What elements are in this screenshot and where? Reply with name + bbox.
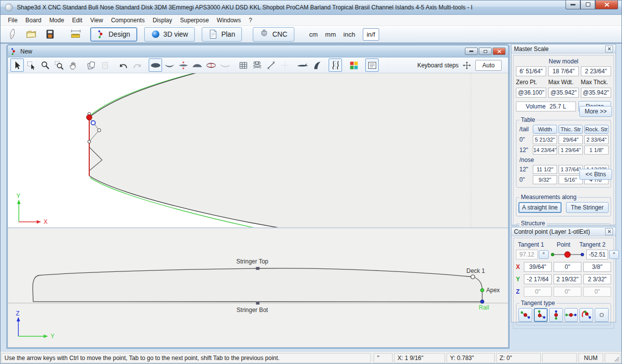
tangent-end-point[interactable] [98,129,101,132]
minimize-button[interactable] [565,0,580,9]
outline-view[interactable]: Y X [8,73,508,228]
tangent-type-angle-button[interactable] [579,308,593,322]
nose-width-field[interactable]: 11 1/2" [533,165,557,174]
tangent-type-point-only-button[interactable] [595,308,609,322]
design-mode-button[interactable]: Design [90,27,137,42]
unit-inch[interactable]: inch [343,31,355,38]
slice-profile[interactable] [33,268,482,302]
menu-file[interactable]: File [4,15,21,25]
zoom-area-tool-button[interactable] [52,58,65,72]
btns-button[interactable]: << Btns [579,169,612,180]
fin-tool-button[interactable] [310,58,324,72]
select-tool-button[interactable] [10,58,24,72]
copy-tool-button[interactable] [84,58,98,72]
tail-thick-field[interactable]: 1 29/64" [559,146,583,155]
move-steps-icon[interactable] [462,61,471,70]
tangent2-degree-button[interactable]: ° [609,250,619,259]
resize-grip[interactable] [614,356,620,362]
tail-thick-field[interactable]: 29/64" [559,135,583,144]
tail-width-field[interactable]: 5 21/32" [533,135,557,144]
point-x-field[interactable]: 0" [554,262,581,272]
tangent1-y-field[interactable]: -2 17/64 [524,274,552,284]
menu-help[interactable]: ? [245,15,256,25]
master-scale-caption[interactable]: Master Scale [511,45,616,53]
auto-button[interactable]: Auto [475,60,502,71]
tangent2-angle-field[interactable]: -52.51 [586,250,608,260]
menu-superpose[interactable]: Superpose [176,15,213,25]
straight-line-button[interactable]: A straight line [518,202,562,213]
tangent1-angle-field[interactable]: 97.12 [516,250,538,260]
width-column-button[interactable]: Width [533,125,557,134]
tangent-type-continuous-button[interactable] [518,308,532,322]
rocker-column-button[interactable]: Rock. Str [584,125,609,134]
outline-view-canvas[interactable]: Y X [8,73,508,228]
undo-button[interactable] [116,58,130,72]
control-point-close-button[interactable] [605,228,613,235]
max-wdt-field[interactable]: @35.942" [548,88,578,98]
save-button[interactable] [43,27,57,41]
profile-view[interactable]: Stringer Top Stringer Bot Deck 1 Apex Ra… [8,228,508,347]
length-field[interactable]: 6' 51/64" [516,66,546,76]
curvature-button[interactable] [329,58,342,72]
deck-control-point[interactable] [471,275,475,279]
tail-width-field[interactable]: 14 23/64" [533,146,557,155]
max-thck-field[interactable]: @35.942" [581,88,611,98]
close-button[interactable] [595,0,618,9]
board-fins-button[interactable] [296,58,310,72]
document-close-button[interactable] [493,48,506,55]
menu-components[interactable]: Components [107,15,149,25]
nose-width-field[interactable]: 9/32" [533,175,557,184]
outline-view-button[interactable] [149,58,162,72]
apex-point[interactable] [480,288,484,292]
restore-button[interactable] [580,0,595,9]
stringer-bot-marker[interactable] [256,302,260,305]
tangent-type-angular-button[interactable] [534,308,548,322]
unit-cm[interactable]: cm [309,31,318,38]
tangent-handle-point[interactable] [91,121,95,125]
tangent1-x-field[interactable]: 39/64" [524,262,552,272]
point-y-field[interactable]: 2 19/32" [554,274,581,284]
menu-board[interactable]: Board [21,15,45,25]
select-area-tool-button[interactable] [24,58,38,72]
master-scale-close-button[interactable] [605,46,613,52]
document-restore-button[interactable] [479,48,492,55]
width-field[interactable]: 18 7/64" [548,66,578,76]
open-button[interactable] [24,27,39,41]
tangent1-degree-button[interactable]: ° [539,250,549,259]
thickness-field[interactable]: 2 23/64" [581,66,611,76]
stringer-button[interactable]: The Stringer [566,202,609,213]
measurements-button[interactable] [68,27,83,41]
tangent2-x-field[interactable]: 3/8" [583,262,611,272]
zero-pt-field[interactable]: @36.100" [516,88,546,98]
menu-edit[interactable]: Edit [68,15,86,25]
tangent-type-vertical-button[interactable] [549,308,563,322]
profile-view-canvas[interactable]: Stringer Top Stringer Bot Deck 1 Apex Ra… [8,228,508,347]
thickness-view-button[interactable] [176,58,190,72]
grid-button[interactable] [236,58,250,72]
tail-rocker-field[interactable]: 2 33/64" [584,135,609,144]
3d-view-mode-button[interactable]: 3D view [144,27,195,42]
pan-tool-button[interactable] [66,58,79,72]
unit-mm[interactable]: mm [325,31,336,38]
properties-panel-button[interactable] [365,58,379,72]
measure-tool-button[interactable] [264,58,278,72]
deck-view-button[interactable] [190,58,204,72]
document-minimize-button[interactable] [465,48,478,55]
plan-mode-button[interactable]: Plan [202,27,242,42]
rail-point[interactable] [480,300,484,303]
selected-control-point[interactable] [87,115,92,120]
stringer-top-marker[interactable] [256,267,260,270]
menu-mode[interactable]: Mode [45,15,68,25]
slices-view-button[interactable] [204,58,218,72]
tangent2-y-field[interactable]: 2 3/32" [583,274,611,284]
thickness-column-button[interactable]: Thic. Str [559,125,583,134]
control-point[interactable] [88,140,91,143]
tangent-type-horizontal-button[interactable] [565,308,578,322]
menu-display[interactable]: Display [149,15,176,25]
unit-in-f[interactable]: in/f [363,28,379,41]
control-point-caption[interactable]: Control point (Layer 1-otlExt) [511,227,616,236]
slices-stack-button[interactable] [250,58,264,72]
rocker-view-button[interactable] [163,58,176,72]
cnc-mode-button[interactable]: CNC [253,27,294,42]
menu-view[interactable]: View [86,15,107,25]
